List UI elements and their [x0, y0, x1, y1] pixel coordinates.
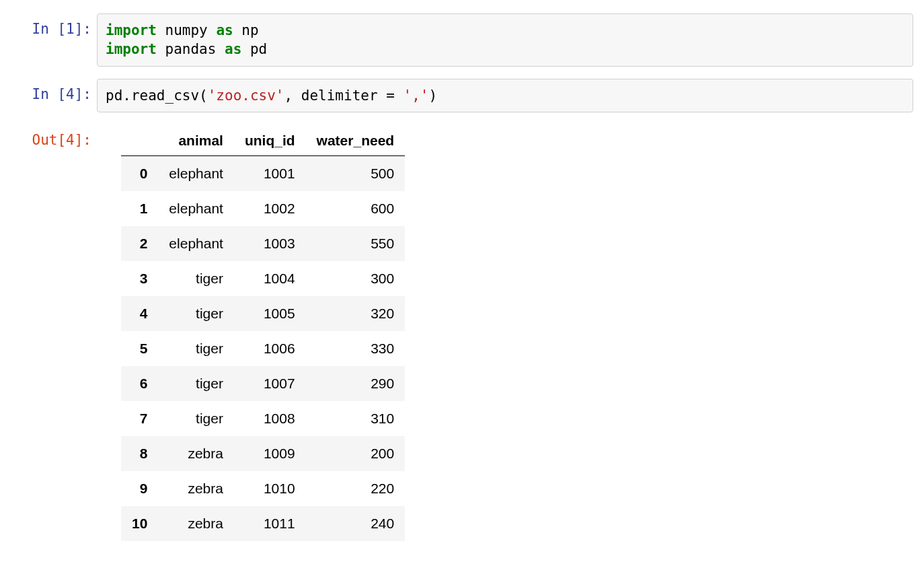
code-input[interactable]: import numpy as np import pandas as pd: [97, 13, 913, 67]
table-row: 10zebra1011240: [121, 506, 405, 541]
table-row: 5tiger1006330: [121, 331, 405, 366]
cell-water_need: 330: [306, 331, 406, 366]
code-token: np: [233, 22, 259, 38]
index-header: [121, 126, 158, 156]
row-index: 7: [121, 401, 158, 436]
code-token: ): [428, 87, 437, 104]
cell-uniq_id: 1003: [234, 226, 306, 261]
code-cell[interactable]: In [4]: pd.read_csv('zoo.csv', delimiter…: [11, 79, 913, 112]
code-cell[interactable]: In [1]: import numpy as np import pandas…: [11, 13, 913, 67]
notebook: In [1]: import numpy as np import pandas…: [0, 0, 924, 541]
cell-animal: elephant: [158, 191, 234, 226]
cell-animal: tiger: [158, 261, 234, 296]
output-prompt: Out[4]:: [11, 125, 97, 149]
column-header: animal: [158, 126, 234, 156]
code-input[interactable]: pd.read_csv('zoo.csv', delimiter = ','): [97, 79, 913, 112]
cell-uniq_id: 1008: [234, 401, 306, 436]
cell-uniq_id: 1009: [234, 436, 306, 471]
row-index: 0: [121, 156, 158, 192]
row-index: 3: [121, 261, 158, 296]
cell-animal: zebra: [158, 471, 234, 506]
table-row: 2elephant1003550: [121, 226, 405, 261]
cell-uniq_id: 1006: [234, 331, 306, 366]
table-row: 1elephant1002600: [121, 191, 405, 226]
table-row: 6tiger1007290: [121, 366, 405, 401]
row-index: 4: [121, 296, 158, 331]
row-index: 8: [121, 436, 158, 471]
cell-animal: elephant: [158, 226, 234, 261]
code-token: pd: [241, 41, 267, 57]
cell-water_need: 550: [306, 226, 406, 261]
table-row: 0elephant1001500: [121, 156, 405, 192]
code-token: import: [106, 22, 157, 38]
input-prompt: In [4]:: [11, 79, 97, 104]
cell-uniq_id: 1007: [234, 366, 306, 401]
cell-uniq_id: 1005: [234, 296, 306, 331]
cell-water_need: 290: [306, 366, 406, 401]
cell-water_need: 300: [306, 261, 406, 296]
code-token: numpy: [157, 22, 217, 38]
cell-water_need: 500: [306, 156, 406, 192]
row-index: 9: [121, 471, 158, 506]
cell-uniq_id: 1001: [234, 156, 306, 192]
row-index: 1: [121, 191, 158, 226]
code-token: , delimiter =: [284, 87, 403, 104]
dataframe-table: animal uniq_id water_need 0elephant10015…: [121, 126, 405, 541]
table-row: 7tiger1008310: [121, 401, 405, 436]
cell-water_need: 220: [306, 471, 406, 506]
code-token: pandas: [157, 41, 225, 57]
row-index: 10: [121, 506, 158, 541]
row-index: 2: [121, 226, 158, 261]
cell-animal: tiger: [158, 296, 234, 331]
table-row: 3tiger1004300: [121, 261, 405, 296]
cell-animal: zebra: [158, 506, 234, 541]
cell-animal: tiger: [158, 331, 234, 366]
cell-animal: tiger: [158, 366, 234, 401]
table-row: 8zebra1009200: [121, 436, 405, 471]
code-token: pd.read_csv(: [106, 87, 208, 104]
table-row: 4tiger1005320: [121, 296, 405, 331]
code-token: import: [106, 41, 157, 57]
cell-animal: elephant: [158, 156, 234, 192]
cell-animal: tiger: [158, 401, 234, 436]
row-index: 5: [121, 331, 158, 366]
code-token: 'zoo.csv': [208, 87, 284, 104]
column-header: uniq_id: [234, 126, 306, 156]
cell-water_need: 600: [306, 191, 406, 226]
cell-animal: zebra: [158, 436, 234, 471]
cell-uniq_id: 1010: [234, 471, 306, 506]
cell-uniq_id: 1004: [234, 261, 306, 296]
table-row: 9zebra1010220: [121, 471, 405, 506]
code-token: ',': [403, 87, 429, 104]
cell-water_need: 310: [306, 401, 406, 436]
cell-water_need: 240: [306, 506, 406, 541]
cell-water_need: 200: [306, 436, 406, 471]
cell-uniq_id: 1002: [234, 191, 306, 226]
cell-water_need: 320: [306, 296, 406, 331]
output-cell: Out[4]: animal uniq_id water_need 0eleph…: [11, 125, 913, 541]
row-index: 6: [121, 366, 158, 401]
code-token: as: [216, 22, 233, 38]
cell-uniq_id: 1011: [234, 506, 306, 541]
table-header-row: animal uniq_id water_need: [121, 126, 405, 156]
output-area: animal uniq_id water_need 0elephant10015…: [97, 125, 913, 541]
input-prompt: In [1]:: [11, 13, 97, 38]
code-token: as: [225, 41, 241, 57]
column-header: water_need: [306, 126, 406, 156]
